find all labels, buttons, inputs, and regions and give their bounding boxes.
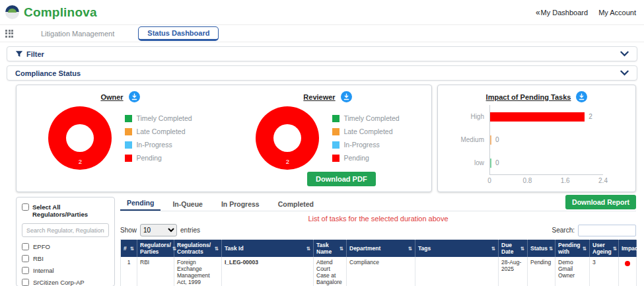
reviewer-chart-title: Reviewer: [303, 93, 335, 101]
task-tab-pending[interactable]: Pending: [120, 196, 161, 211]
owner-donut-chart[interactable]: 2: [48, 106, 112, 170]
sort-icon[interactable]: ⇅: [549, 246, 553, 252]
column-header[interactable]: Impact: [619, 240, 637, 258]
table-controls: Show 10 entries Search:: [120, 224, 636, 236]
impact-bar-value: 2: [589, 113, 592, 120]
owner-legend: Timely CompletedLate CompletedIn-Progres…: [125, 114, 192, 162]
reviewer-legend: Timely CompletedLate CompletedIn-Progres…: [332, 114, 399, 162]
apps-grid-icon[interactable]: [5, 30, 13, 38]
legend-swatch: [125, 115, 132, 122]
column-header[interactable]: Due Date⇅: [499, 240, 528, 258]
sort-icon[interactable]: ⇅: [520, 246, 524, 252]
impact-download-icon[interactable]: [576, 91, 587, 102]
legend-item: Timely Completed: [125, 114, 192, 122]
complinova-logo-icon: [5, 5, 19, 19]
compliance-status-title: Compliance Status: [15, 69, 81, 77]
column-header[interactable]: Status⇅: [528, 240, 555, 258]
owner-download-icon[interactable]: [129, 91, 140, 102]
task-tab-in-queue[interactable]: In-Queue: [166, 197, 209, 211]
column-header[interactable]: Task Id⇅: [222, 240, 314, 258]
impact-category-label: low: [454, 159, 489, 166]
show-label: Show: [120, 227, 137, 234]
legend-label: In-Progress: [343, 141, 379, 149]
select-all-regulators[interactable]: Select All Regulators/Parties: [22, 203, 109, 218]
sort-icon[interactable]: ⇅: [306, 246, 310, 252]
sort-icon[interactable]: ⇅: [491, 246, 495, 252]
legend-item: In-Progress: [125, 141, 192, 149]
impact-bar-value: 0: [495, 136, 499, 143]
column-header[interactable]: Tags⇅: [415, 240, 499, 258]
regulator-option[interactable]: Internal: [22, 267, 109, 274]
compliance-chevron-down-icon[interactable]: [620, 70, 629, 76]
regulator-checkbox[interactable]: [22, 243, 29, 250]
owner-reviewer-card: Owner 2 Timely CompletedLate CompletedIn…: [16, 85, 432, 192]
column-header-label: User Ageing: [592, 242, 612, 255]
filter-chevron-down-icon[interactable]: [620, 51, 629, 57]
table-row: 1RBIForeign Exchange Management Act, 199…: [121, 257, 637, 286]
tab-litigation-management[interactable]: Litigation Management: [40, 27, 116, 40]
column-header[interactable]: Regulations/ Contracts⇅: [174, 240, 222, 258]
impact-bar[interactable]: [490, 135, 491, 145]
legend-swatch: [332, 128, 340, 135]
column-header-label: Regulators/ Parties: [140, 242, 171, 255]
select-all-checkbox[interactable]: [22, 203, 29, 211]
my-dashboard-link[interactable]: «My Dashboard: [536, 8, 588, 17]
my-account-link[interactable]: My Account: [598, 9, 636, 17]
legend-item: Pending: [125, 154, 192, 162]
sort-icon[interactable]: ⇅: [583, 246, 587, 252]
reviewer-donut-chart[interactable]: 2: [256, 106, 319, 170]
sort-icon[interactable]: ⇅: [215, 246, 219, 252]
table-cell: Compliance: [347, 257, 415, 286]
table-cell: Pending: [528, 257, 555, 286]
task-tab-completed[interactable]: Completed: [271, 197, 320, 211]
owner-chart-title: Owner: [100, 93, 123, 101]
sort-icon[interactable]: ⇅: [613, 246, 617, 252]
regulator-option[interactable]: RBI: [22, 255, 109, 262]
task-tab-in-progress[interactable]: In Progress: [215, 197, 266, 211]
bottom-row: Select All Regulators/Parties EPFORBIInt…: [16, 197, 636, 286]
legend-item: Late Completed: [332, 127, 399, 135]
legend-item: Timely Completed: [332, 114, 399, 122]
download-pdf-button[interactable]: Download PDF: [307, 172, 376, 186]
regulator-option[interactable]: EPFO: [22, 243, 109, 250]
legend-label: Timely Completed: [343, 114, 399, 122]
table-search-input[interactable]: [578, 225, 636, 236]
regulator-checkbox[interactable]: [22, 279, 29, 286]
column-header[interactable]: Pending with⇅: [555, 240, 590, 258]
column-header[interactable]: Department⇅: [347, 240, 415, 258]
column-header-label: Task Id: [225, 245, 244, 252]
sort-icon[interactable]: ⇅: [172, 246, 176, 252]
column-header[interactable]: #⇅: [121, 240, 137, 258]
legend-swatch: [332, 115, 340, 122]
compliance-status-bar[interactable]: Compliance Status: [7, 65, 637, 81]
regulator-checkbox[interactable]: [22, 255, 29, 262]
reviewer-donut-value: 2: [286, 158, 289, 165]
legend-label: Pending: [343, 154, 369, 162]
regulator-search-input[interactable]: [22, 223, 109, 237]
page-size-select[interactable]: 10: [140, 224, 177, 236]
filter-bar[interactable]: Filter: [7, 46, 637, 61]
task-duration-message: List of tasks for the selected duration …: [120, 215, 636, 223]
tab-status-dashboard[interactable]: Status Dashboard: [138, 26, 219, 41]
download-report-button[interactable]: Download Report: [565, 195, 636, 209]
legend-swatch: [125, 128, 132, 135]
impact-bar[interactable]: [490, 159, 491, 168]
column-header[interactable]: User Ageing⇅: [590, 240, 619, 258]
sort-icon[interactable]: ⇅: [130, 246, 134, 252]
column-header-label: Status: [530, 245, 548, 252]
impact-bar[interactable]: [490, 112, 585, 122]
regulator-checkbox[interactable]: [22, 267, 29, 274]
top-bar: Complinova «My Dashboard My Account: [0, 0, 644, 25]
tasks-area: Pending In-Queue In Progress Completed D…: [120, 197, 636, 286]
charts-row: Owner 2 Timely CompletedLate CompletedIn…: [16, 85, 636, 192]
column-header[interactable]: Regulators/ Parties⇅: [137, 240, 174, 258]
regulator-option[interactable]: SrCitizen Corp-AP: [22, 279, 109, 286]
column-header[interactable]: Task Name⇅: [314, 240, 347, 258]
legend-item: In-Progress: [332, 141, 399, 149]
sort-icon[interactable]: ⇅: [340, 246, 343, 252]
entries-label: entries: [180, 227, 200, 234]
legend-swatch: [332, 141, 340, 149]
sort-icon[interactable]: ⇅: [408, 246, 412, 252]
reviewer-download-icon[interactable]: [341, 91, 352, 102]
impact-bar-chart: High2Medium0low0 00.81.62.4: [454, 105, 635, 185]
